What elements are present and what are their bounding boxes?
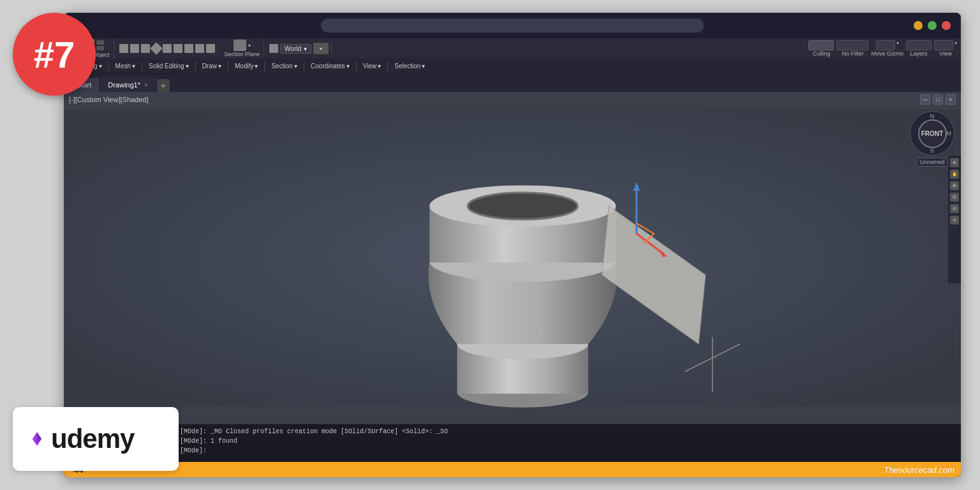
tab-bar: Start Drawing1* × + <box>64 74 961 92</box>
tool-icon-1[interactable] <box>119 44 128 53</box>
sep8 <box>387 61 388 72</box>
udemy-text: udemy <box>51 424 134 454</box>
compass-s: S <box>930 147 934 154</box>
tool-icon-4[interactable] <box>150 42 163 55</box>
culling-btn[interactable] <box>808 40 834 50</box>
right-tools: Culling No Filter ▾ Move Gizmo Layers <box>808 40 957 57</box>
coordinates-menu[interactable]: Coordinates ▾ <box>307 61 353 71</box>
compass-unnamed-label: Unnamed <box>916 158 947 167</box>
section-label: Section <box>271 63 292 70</box>
rp-btn-4[interactable]: ⊟ <box>950 193 959 202</box>
tool-icon-7[interactable] <box>184 44 193 53</box>
close-button[interactable] <box>942 21 951 30</box>
compass-n: N <box>930 113 935 119</box>
move-gizmo-group: ▾ Move Gizmo <box>871 40 903 57</box>
section-plane-group: ▾ Section Plane <box>221 40 265 57</box>
section-plane-arrow: ▾ <box>248 43 251 48</box>
badge-number: #7 <box>34 33 75 76</box>
tab-drawing-close[interactable]: × <box>144 82 148 89</box>
viewport-controls: — □ × <box>920 94 956 105</box>
world-dropdown[interactable]: World ▾ <box>280 44 311 54</box>
tool-icon-9[interactable] <box>206 44 215 53</box>
title-bar <box>64 13 961 38</box>
sep5 <box>264 61 265 72</box>
sep4 <box>228 61 228 72</box>
view-right-btn[interactable] <box>934 40 953 50</box>
right-panel: ⊕ ✋ ⊞ ⊟ ◎ ⊙ <box>948 156 961 283</box>
view-label: View <box>363 63 377 70</box>
selection-menu[interactable]: Selection ▾ <box>390 61 429 71</box>
move-gizmo-label: Move Gizmo <box>871 50 903 57</box>
world-btn2[interactable]: ▾ <box>313 43 329 54</box>
command-line-text3: Select objects to extrude or [MOde]: <box>69 446 956 456</box>
modeling-arrow: ▾ <box>99 63 102 70</box>
view-arrow: ▾ <box>378 63 381 70</box>
maximize-button[interactable] <box>928 21 937 30</box>
mesh-arrow: ▾ <box>132 63 135 70</box>
selection-label: Selection <box>394 63 420 70</box>
rp-btn-1[interactable]: ⊕ <box>950 158 959 167</box>
move-gizmo-arrow: ▾ <box>896 40 899 50</box>
coordinates-label: Coordinates <box>311 63 345 70</box>
world-dropdown-group: World ▾ ▾ <box>267 43 332 54</box>
tab-drawing-label: Drawing1* <box>108 81 140 89</box>
status-bar: -44 Thesourcecad.com <box>64 462 961 477</box>
layers-label: Layers <box>910 50 927 57</box>
title-bar-controls <box>914 21 951 30</box>
rp-btn-5[interactable]: ◎ <box>950 204 959 213</box>
tool-icon-6[interactable] <box>174 44 182 53</box>
world-arrow: ▾ <box>304 45 307 52</box>
modify-label: Modify <box>235 63 253 70</box>
no-filter-group: No Filter <box>836 40 868 57</box>
layers-group: Layers <box>906 40 932 57</box>
view-right-group: ▾ View <box>934 40 957 57</box>
sep3 <box>195 61 196 72</box>
viewport-close[interactable]: × <box>946 94 956 105</box>
sep7 <box>356 61 357 72</box>
layers-btn[interactable] <box>906 40 932 50</box>
viewport[interactable]: [-][Custom View][Shaded] — □ × <box>64 92 961 424</box>
world-label: World <box>285 45 301 52</box>
title-bar-search[interactable] <box>321 19 704 33</box>
compass-front-label: FRONT <box>918 119 947 148</box>
rp-btn-3[interactable]: ⊞ <box>950 181 959 190</box>
modify-arrow: ▾ <box>255 63 258 70</box>
viewport-restore[interactable]: □ <box>933 94 943 105</box>
rp-btn-6[interactable]: ⊙ <box>950 216 959 225</box>
sep2 <box>142 61 142 72</box>
tab-add-button[interactable]: + <box>157 79 170 92</box>
command-line-text2: Select objects to extrude or [MOde]: 1 f… <box>69 436 956 446</box>
cad-window: Smooth Object ▾ Section Plane <box>64 13 961 477</box>
section-plane-label: Section Plane <box>225 51 260 57</box>
command-line: Select objects to extrude or [MOde]: _MO… <box>64 424 961 462</box>
tool-icon-2[interactable] <box>130 44 139 53</box>
section-menu[interactable]: Section ▾ <box>267 61 301 71</box>
ribbon-row1: Smooth Object ▾ Section Plane <box>64 38 961 59</box>
draw-menu[interactable]: Draw ▾ <box>198 61 225 71</box>
tool-icon-5[interactable] <box>163 44 172 53</box>
viewport-minimize[interactable]: — <box>920 94 930 105</box>
toolbar-icons <box>117 44 218 53</box>
draw-label: Draw <box>202 63 217 70</box>
view-menu[interactable]: View ▾ <box>359 61 385 71</box>
coordinates-arrow: ▾ <box>346 63 350 70</box>
viewport-label: [-][Custom View][Shaded] <box>69 96 149 103</box>
tool-icon-8[interactable] <box>195 44 204 53</box>
solid-editing-label: Solid Editing <box>149 63 184 70</box>
mesh-menu[interactable]: Mesh ▾ <box>112 61 139 71</box>
rp-btn-2[interactable]: ✋ <box>950 170 959 179</box>
modify-menu[interactable]: Modify ▾ <box>231 61 262 71</box>
no-filter-btn[interactable] <box>836 40 868 50</box>
tab-drawing[interactable]: Drawing1* × <box>100 78 156 92</box>
svg-point-8 <box>469 193 577 218</box>
tool-icon-3[interactable] <box>141 44 150 53</box>
culling-label: Culling <box>813 50 831 57</box>
solid-editing-menu[interactable]: Solid Editing ▾ <box>145 61 193 71</box>
watermark: Thesourcecad.com <box>884 465 954 475</box>
tab-add-label: + <box>161 80 166 91</box>
udemy-icon <box>26 427 48 450</box>
compass-m: M <box>947 130 952 137</box>
minimize-button[interactable] <box>914 21 923 30</box>
move-gizmo-btn[interactable] <box>876 40 895 50</box>
udemy-logo: udemy <box>13 407 179 471</box>
